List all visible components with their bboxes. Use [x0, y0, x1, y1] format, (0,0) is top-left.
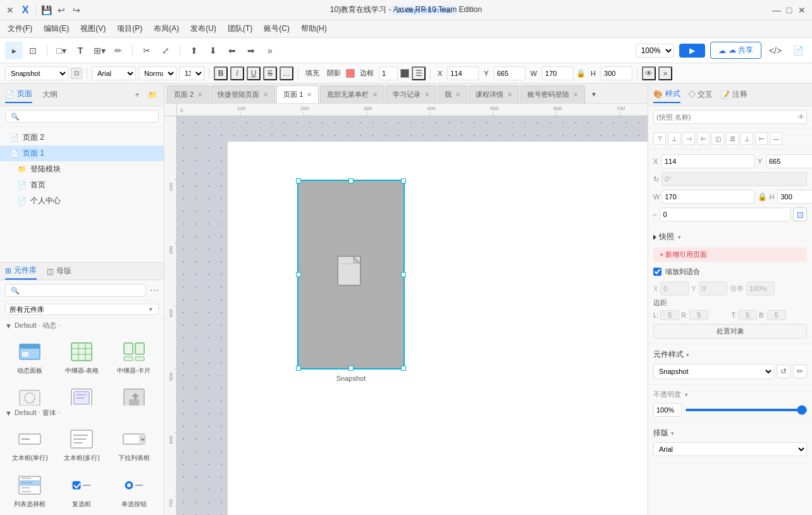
w-input[interactable] [542, 66, 574, 80]
comp-text-multi[interactable]: 文本框(多行) [57, 423, 106, 466]
menu-account[interactable]: 账号(C) [259, 22, 295, 35]
tree-item-page2[interactable]: 📄 页面 2 [0, 130, 164, 146]
add-folder-btn[interactable]: 📁 [146, 89, 159, 101]
align-left-tool[interactable]: ⬅ [223, 42, 241, 59]
align-extra2-btn[interactable]: ⊢ [755, 132, 768, 145]
tab-quicklogin-close[interactable]: ✕ [263, 91, 268, 98]
x-input[interactable] [447, 66, 479, 80]
tab-page1-close[interactable]: ✕ [307, 91, 312, 98]
handle-top-right[interactable] [401, 178, 406, 183]
comp-search-input[interactable] [5, 284, 146, 297]
cut-tool[interactable]: ✂ [138, 42, 156, 59]
redo-icon[interactable]: ↪ [71, 5, 82, 15]
border-t-input[interactable] [738, 310, 757, 320]
align-extra3-btn[interactable]: — [770, 132, 782, 145]
comp-checkbox[interactable]: 复选框 [57, 469, 106, 512]
scale-input[interactable] [746, 282, 775, 295]
select-tool[interactable]: ▸ [5, 42, 23, 59]
right-tab-style[interactable]: 🎨 样式 [653, 86, 680, 103]
font-size-select[interactable]: 13 [179, 66, 204, 80]
align-extra1-btn[interactable]: ⊥ [741, 132, 753, 145]
underline-btn[interactable]: U [247, 66, 261, 80]
menu-team[interactable]: 团队(T) [223, 22, 257, 35]
border-color[interactable] [400, 69, 409, 78]
tree-item-login-module[interactable]: 📁 登陆模块 [0, 161, 164, 177]
handle-bottom-middle[interactable] [348, 366, 354, 371]
comp-image-hotspot[interactable]: 图像热区 [5, 382, 54, 406]
align-top-tool[interactable]: ⬆ [185, 42, 203, 59]
strikethrough-btn[interactable]: S [263, 66, 277, 80]
scale-fit-checkbox[interactable] [653, 268, 661, 276]
menu-project[interactable]: 项目(P) [112, 22, 147, 35]
right-tab-note[interactable]: 📝 注释 [720, 87, 747, 102]
zoom-selector[interactable]: 100% 75% 50% 150% [636, 44, 674, 58]
comp-listbox[interactable]: 列表选择框 [5, 469, 54, 512]
visibility-toggle[interactable]: 👁 [642, 66, 656, 80]
tab-overflow-btn[interactable]: ▾ [586, 85, 601, 103]
comp-repeater-card[interactable]: 中继器-卡片 [109, 335, 159, 379]
element-style-dropdown[interactable]: Snapshot [653, 364, 774, 379]
font-family-select[interactable]: Arial [92, 66, 136, 80]
align-top-btn[interactable]: ⊤ [653, 132, 666, 145]
text-tool[interactable]: T [71, 42, 89, 59]
align-hcenter-btn[interactable]: ◫ [711, 132, 724, 145]
comp-tab-master[interactable]: ◫ 母版 [47, 263, 71, 279]
comp-snapshot[interactable]: 快照 [109, 382, 159, 406]
handle-middle-right[interactable] [401, 272, 406, 277]
tree-item-home[interactable]: 📄 首页 [0, 177, 164, 193]
style-edit-btn[interactable]: ✏ [793, 364, 807, 378]
tab-quicklogin[interactable]: 快捷登陆页面 ✕ [211, 85, 275, 103]
code-button[interactable]: </> [766, 42, 784, 59]
comp-text-single[interactable]: 文本框(单行) [5, 423, 54, 466]
more-align-tool[interactable]: » [261, 42, 279, 59]
add-ref-page-btn[interactable]: + 新增引用页面 [653, 247, 807, 262]
border-b-input[interactable] [767, 310, 786, 320]
tab-outline[interactable]: 大纲 [42, 87, 58, 102]
style-reset-btn[interactable]: ↺ [777, 364, 790, 378]
library-dropdown[interactable]: 所有元件库 [5, 304, 159, 315]
comp-dropdown[interactable]: 下拉列表框 [109, 423, 159, 466]
comp-repeater-table[interactable]: 中继器-表格 [57, 335, 106, 379]
handle-top-middle[interactable] [348, 178, 354, 183]
maximize-btn[interactable]: □ [784, 5, 794, 15]
close-btn[interactable]: ✕ [797, 5, 807, 15]
menu-help[interactable]: 帮助(H) [296, 22, 332, 35]
opacity-input[interactable] [653, 403, 682, 417]
comp-inline-frame[interactable]: 内部框架 [57, 382, 106, 406]
rotation-input[interactable] [661, 172, 807, 186]
comp-dynamic-panel[interactable]: 动态面板 [5, 335, 54, 379]
handle-bottom-left[interactable] [296, 366, 301, 371]
tab-account-close[interactable]: ✕ [573, 91, 578, 98]
handle-bottom-right[interactable] [401, 366, 406, 371]
tree-item-page1[interactable]: 📄 页面 1 [0, 146, 164, 161]
font-style-select[interactable]: Normal [138, 66, 176, 80]
menu-publish[interactable]: 发布(U) [185, 22, 221, 35]
y-input[interactable] [494, 66, 526, 80]
save-icon[interactable]: 💾 [41, 5, 51, 15]
comp-more-btn[interactable]: ⋯ [150, 285, 159, 295]
more-text-btn[interactable]: … [280, 66, 293, 80]
tab-nomenu[interactable]: 底部无菜单栏 ✕ [320, 85, 384, 103]
tab-history-close[interactable]: ✕ [424, 91, 429, 98]
comp-tab-library[interactable]: ⊞ 元件库 [5, 263, 37, 280]
bold-btn[interactable]: B [214, 66, 228, 80]
tab-nomenu-close[interactable]: ✕ [372, 91, 378, 98]
tab-course-close[interactable]: ✕ [507, 91, 512, 98]
snapshot-settings-btn[interactable]: ⊡ [71, 68, 82, 79]
canvas[interactable]: Snapshot [177, 116, 648, 515]
h-coord-input[interactable] [777, 190, 812, 204]
tab-account-login[interactable]: 账号密码登陆 ✕ [520, 85, 585, 103]
page-search-input[interactable] [5, 110, 159, 123]
name-visibility-btn[interactable]: 👁 [797, 113, 805, 121]
add-page-btn[interactable]: + [131, 89, 144, 101]
w-coord-input[interactable] [661, 190, 755, 204]
comp-radio[interactable]: 单选按钮 [109, 469, 159, 512]
tab-history[interactable]: 学习记录 ✕ [386, 85, 436, 103]
interact-tool[interactable]: ⊡ [24, 42, 42, 59]
snapshot-widget[interactable]: Snapshot [297, 180, 405, 369]
component-type-dropdown[interactable]: Snapshot [5, 66, 68, 80]
border-l-input[interactable] [660, 310, 679, 320]
share-button[interactable]: ☁ ☁ 共享 [710, 42, 761, 59]
lock-wh-icon[interactable]: 🔒 [758, 192, 767, 201]
tab-me-close[interactable]: ✕ [455, 91, 460, 98]
